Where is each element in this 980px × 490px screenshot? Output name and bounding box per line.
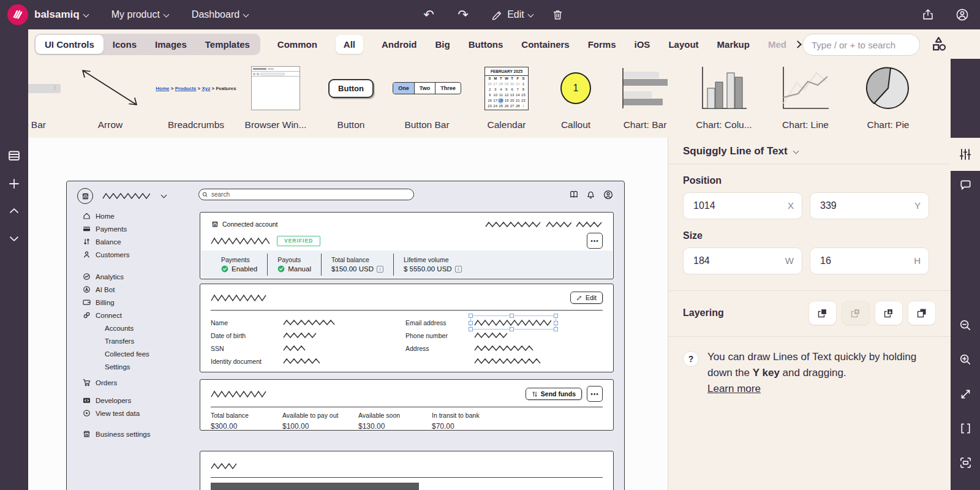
carousel-item-chart-bar[interactable]: Chart: Bar <box>605 59 685 138</box>
selected-control-title: Squiggly Line of Text <box>683 145 788 157</box>
stat-payouts: Payouts Manual <box>267 254 321 276</box>
next-page-button[interactable] <box>0 227 28 251</box>
categories-scroll-right-icon[interactable] <box>794 40 802 48</box>
category-all[interactable]: All <box>336 35 363 54</box>
category-forms[interactable]: Forms <box>588 39 616 50</box>
size-h-input[interactable] <box>810 247 929 274</box>
account-button[interactable] <box>953 6 971 24</box>
mockup-nav-customers: Customers <box>67 248 203 261</box>
send-to-back-button[interactable] <box>908 301 936 325</box>
selection-handle[interactable] <box>510 327 514 331</box>
tab-icons[interactable]: Icons <box>104 35 146 54</box>
selection-handle[interactable] <box>554 321 558 325</box>
stat-lifetime-volume: Lifetime volume $ 5550.00 USDi <box>393 254 472 276</box>
learn-more-link[interactable]: Learn more <box>707 383 761 394</box>
inspector-header[interactable]: Squiggly Line of Text <box>668 138 951 164</box>
help-icon: ? <box>683 351 699 367</box>
calendar-thumb-grid: 2627282930311234567891011121314151617181… <box>485 81 528 110</box>
category-android[interactable]: Android <box>382 39 417 50</box>
size-w-field[interactable]: W <box>683 247 802 274</box>
selection-handle[interactable] <box>469 327 473 331</box>
arrows-up-down-icon <box>83 238 91 246</box>
comments-button[interactable] <box>951 173 980 197</box>
category-buttons[interactable]: Buttons <box>469 39 503 50</box>
add-control-button[interactable] <box>0 172 28 196</box>
check-circle-icon <box>221 265 228 273</box>
carousel-item-app-bar[interactable]: ⋮ App Bar <box>28 59 65 138</box>
pages-panel-button[interactable] <box>0 143 28 168</box>
account-icon <box>955 7 970 22</box>
brackets-button[interactable] <box>951 416 980 440</box>
squiggle-text <box>474 358 543 364</box>
redo-button[interactable]: ↷ <box>454 6 472 24</box>
mockup-search-icon <box>202 192 208 198</box>
position-y-input[interactable] <box>810 192 929 219</box>
arrow-thumb <box>77 62 144 115</box>
carousel-item-chart-column[interactable]: Chart: Colu... <box>685 59 763 138</box>
mockup-nav-developers: Developers <box>67 394 203 407</box>
carousel-item-arrow[interactable]: Arrow <box>65 59 156 138</box>
clipped-card <box>200 451 614 490</box>
library-search-input[interactable] <box>802 34 920 56</box>
send-backward-button[interactable] <box>875 301 903 325</box>
editor-canvas[interactable]: Home Payments Balance Customers Analytic… <box>28 138 668 490</box>
size-w-input[interactable] <box>683 247 802 274</box>
position-x-input[interactable] <box>683 192 802 219</box>
page-menu[interactable]: Dashboard <box>192 9 248 20</box>
category-containers[interactable]: Containers <box>521 39 569 50</box>
fit-screen-button[interactable] <box>951 450 980 475</box>
carousel-item-calendar[interactable]: FEBRUARY 2025 SMTWTFS 262728293031123456… <box>467 59 546 138</box>
category-markup[interactable]: Markup <box>717 39 750 50</box>
position-x-field[interactable]: X <box>683 192 802 219</box>
carousel-item-callout[interactable]: 1 Callout <box>546 59 605 138</box>
category-media-clipped[interactable]: Med <box>768 39 786 50</box>
cart-icon <box>83 379 91 386</box>
bring-to-front-button[interactable] <box>809 301 837 325</box>
project-chevron-icon <box>163 11 169 17</box>
project-menu[interactable]: My product <box>111 9 168 20</box>
tab-templates[interactable]: Templates <box>196 35 259 54</box>
tab-ui-controls[interactable]: UI Controls <box>36 35 104 54</box>
undo-button[interactable]: ↶ <box>420 6 438 24</box>
carousel-item-button-bar[interactable]: OneTwoThree Button Bar <box>387 59 467 138</box>
size-label: Size <box>683 230 951 241</box>
send-backward-icon <box>883 307 894 318</box>
selection-handle[interactable] <box>554 327 558 331</box>
zoom-out-button[interactable] <box>951 313 980 337</box>
category-common[interactable]: Common <box>277 39 317 50</box>
code-icon <box>83 396 91 404</box>
trash-button[interactable] <box>549 6 567 24</box>
size-h-field[interactable]: H <box>810 247 929 274</box>
selection-handle[interactable] <box>554 314 558 318</box>
selection-handle[interactable] <box>469 321 473 325</box>
category-layout[interactable]: Layout <box>668 39 698 50</box>
selected-squiggly-line[interactable] <box>474 318 551 326</box>
tab-images[interactable]: Images <box>146 35 196 54</box>
position-y-field[interactable]: Y <box>810 192 929 219</box>
app-bar-thumb: ⋮ <box>28 62 61 115</box>
previous-page-button[interactable] <box>0 198 28 223</box>
profile-card: Edit Name Date of birth SSN Identity doc… <box>200 284 614 372</box>
carousel-item-chart-pie[interactable]: Chart: Pie <box>848 59 929 138</box>
balsamiq-logo-icon[interactable] <box>7 4 28 25</box>
zoom-in-button[interactable] <box>951 347 980 372</box>
carousel-item-chart-line[interactable]: Chart: Line <box>763 59 848 138</box>
carousel-item-button[interactable]: Button Button <box>315 59 387 138</box>
carousel-item-breadcrumbs[interactable]: Home > Products > Xyz > Features Breadcr… <box>156 59 236 138</box>
selection-handle[interactable] <box>469 314 473 318</box>
squiggle-text <box>283 345 307 352</box>
selection-handle[interactable] <box>510 314 514 318</box>
card-more-button: ••• <box>587 233 603 249</box>
edit-mode-menu[interactable]: Edit <box>491 9 533 21</box>
zoom-fit-button[interactable] <box>951 382 980 406</box>
brand-chevron-icon[interactable] <box>83 11 89 17</box>
stat-payments: Payments Enabled <box>211 254 267 276</box>
carousel-item-browser-window[interactable]: Browser Win... <box>236 59 315 138</box>
ui-controls-carousel: ⋮ App Bar Arrow Home > Products > Xyz > … <box>28 59 951 138</box>
category-ios[interactable]: iOS <box>635 39 650 50</box>
ui-library-toggle-button[interactable] <box>930 35 951 56</box>
inspector-toggle-button[interactable] <box>951 138 980 171</box>
mockup-browser-window[interactable]: Home Payments Balance Customers Analytic… <box>66 181 625 490</box>
category-big[interactable]: Big <box>435 39 450 50</box>
share-button[interactable] <box>919 6 937 24</box>
